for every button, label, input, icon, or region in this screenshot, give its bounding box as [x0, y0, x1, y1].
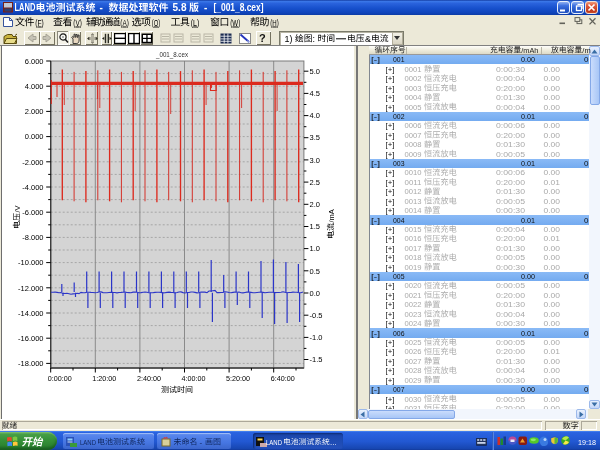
svg-text:0014: 0014	[405, 206, 423, 215]
svg-text:[+]: [+]	[386, 291, 395, 300]
svg-text:-18.000: -18.000	[18, 359, 43, 368]
svg-text:0:00:06: 0:00:06	[496, 121, 526, 130]
svg-text:0:00:30: 0:00:30	[496, 376, 526, 385]
svg-text:003: 003	[393, 159, 405, 168]
svg-text:0001: 0001	[405, 65, 423, 74]
svg-text:0.00: 0.00	[544, 168, 561, 177]
svg-text:0:00:30: 0:00:30	[496, 206, 526, 215]
svg-text:(H): (H)	[270, 17, 279, 28]
svg-text:0:01:30: 0:01:30	[496, 140, 526, 149]
svg-text:0.: 0.	[584, 159, 591, 168]
svg-text:(A): (A)	[120, 17, 129, 28]
svg-text:0.00: 0.00	[544, 206, 561, 215]
svg-text:0012: 0012	[405, 187, 423, 196]
svg-text:-8.000: -8.000	[22, 233, 43, 242]
svg-text:0:00:05: 0:00:05	[496, 253, 526, 262]
svg-text:0.01: 0.01	[521, 329, 535, 338]
svg-text:0:00:06: 0:00:06	[496, 168, 526, 177]
svg-text:-10.000: -10.000	[18, 258, 43, 267]
svg-text:5:20:00: 5:20:00	[226, 374, 250, 383]
svg-text:0.: 0.	[584, 329, 591, 338]
svg-text:0008: 0008	[405, 140, 423, 149]
svg-text:-: -	[100, 2, 103, 13]
svg-text:0:00:05: 0:00:05	[496, 150, 526, 159]
svg-text:0.00: 0.00	[544, 93, 561, 102]
svg-text:0:00:04: 0:00:04	[496, 366, 526, 375]
svg-text:0007: 0007	[405, 131, 423, 140]
svg-text:/V: /V	[13, 205, 22, 212]
svg-text:0018: 0018	[405, 253, 423, 262]
svg-text:0.00: 0.00	[521, 385, 535, 394]
svg-text:001: 001	[393, 55, 405, 64]
svg-text:0.00: 0.00	[544, 395, 561, 404]
svg-text:0020: 0020	[405, 281, 423, 290]
svg-text:[+]: [+]	[386, 366, 395, 375]
svg-text:[+]: [+]	[386, 178, 395, 187]
svg-text:-1.0: -1.0	[310, 333, 323, 342]
svg-text:2.5: 2.5	[310, 178, 320, 187]
svg-text:(V): (V)	[73, 17, 82, 28]
svg-text:0.00: 0.00	[544, 404, 561, 413]
svg-text:[-]: [-]	[371, 112, 380, 121]
svg-text:0.00: 0.00	[544, 65, 561, 74]
svg-text:[+]: [+]	[386, 281, 395, 290]
svg-text:-0.5: -0.5	[310, 311, 323, 320]
svg-text:/mAh: /mAh	[521, 46, 538, 55]
svg-text:[+]: [+]	[386, 168, 395, 177]
svg-text:0:20:00: 0:20:00	[496, 291, 526, 300]
svg-text:[-]: [-]	[371, 385, 380, 394]
svg-text:[+]: [+]	[386, 310, 395, 319]
svg-text:0006: 0006	[405, 121, 423, 130]
svg-text:004: 004	[393, 216, 405, 225]
svg-text:007: 007	[393, 385, 405, 394]
svg-text:0024: 0024	[405, 319, 423, 328]
svg-text:0:00:05: 0:00:05	[496, 281, 526, 290]
svg-text:2:40:00: 2:40:00	[137, 374, 161, 383]
svg-text:3.0: 3.0	[310, 156, 320, 165]
svg-text:0.00: 0.00	[544, 103, 561, 112]
svg-text:0.01: 0.01	[544, 178, 561, 187]
svg-text:0:00:30: 0:00:30	[496, 263, 526, 272]
svg-text:[+]: [+]	[386, 140, 395, 149]
svg-text:4.0: 4.0	[310, 111, 320, 120]
svg-text:0022: 0022	[405, 300, 423, 309]
svg-text:LAND: LAND	[15, 2, 36, 13]
svg-text:0.00: 0.00	[544, 121, 561, 130]
svg-text:-1.5: -1.5	[310, 355, 323, 364]
svg-text:0.00: 0.00	[544, 263, 561, 272]
svg-text:[+]: [+]	[386, 65, 395, 74]
svg-text:0.00: 0.00	[521, 272, 535, 281]
svg-text:1): 1)	[285, 34, 293, 44]
svg-text:0:00:04: 0:00:04	[496, 74, 526, 83]
svg-text:0011: 0011	[405, 178, 423, 187]
svg-text:0:20:00: 0:20:00	[496, 404, 526, 413]
svg-text:1.5: 1.5	[310, 222, 320, 231]
svg-text:0:00:05: 0:00:05	[496, 197, 526, 206]
svg-text:0:01:30: 0:01:30	[496, 244, 526, 253]
svg-text:[+]: [+]	[386, 319, 395, 328]
svg-text:[+]: [+]	[386, 131, 395, 140]
svg-text:5.0: 5.0	[310, 67, 320, 76]
svg-text:[+]: [+]	[386, 93, 395, 102]
svg-text:0:20:00: 0:20:00	[496, 178, 526, 187]
svg-text:[+]: [+]	[386, 206, 395, 215]
svg-text:0021: 0021	[405, 291, 423, 300]
svg-text:_001_8.cex: _001_8.cex	[155, 50, 188, 59]
svg-text:0030: 0030	[405, 395, 423, 404]
svg-text:0010: 0010	[405, 168, 423, 177]
svg-text:0009: 0009	[405, 150, 423, 159]
svg-text:[+]: [+]	[386, 121, 395, 130]
svg-text:[+]: [+]	[386, 84, 395, 93]
svg-text:005: 005	[393, 272, 405, 281]
svg-text:4.5: 4.5	[310, 89, 320, 98]
svg-text:[+]: [+]	[386, 357, 395, 366]
svg-text:0.00: 0.00	[544, 357, 561, 366]
svg-text:0.: 0.	[584, 112, 591, 121]
svg-text:...: ...	[330, 438, 337, 447]
svg-text:5.8: 5.8	[173, 2, 187, 13]
svg-text:0:20:00: 0:20:00	[496, 234, 526, 243]
svg-text:[_001_8.cex]: [_001_8.cex]	[214, 2, 264, 13]
svg-text:0:00:00: 0:00:00	[48, 374, 72, 383]
svg-text:0.00: 0.00	[544, 310, 561, 319]
svg-text:0.00: 0.00	[544, 366, 561, 375]
